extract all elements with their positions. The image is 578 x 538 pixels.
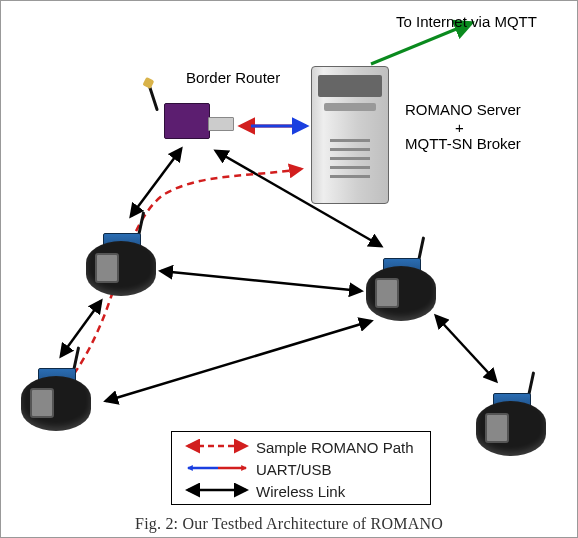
wireless-link (131, 149, 181, 216)
romano-server (311, 66, 389, 204)
legend: Sample ROMANO Path UART/USB Wireless Lin… (171, 431, 431, 505)
robot-node (471, 371, 551, 461)
legend-uart-icon (182, 458, 252, 480)
border-router-label: Border Router (186, 69, 280, 86)
robot-node (81, 211, 161, 301)
server-label-2: + (455, 119, 464, 136)
legend-romano-icon (182, 436, 252, 458)
wireless-link (106, 321, 371, 401)
legend-wireless-icon (182, 480, 252, 502)
wireless-link (161, 271, 361, 291)
legend-romano-label: Sample ROMANO Path (256, 439, 414, 456)
internet-label: To Internet via MQTT (396, 13, 537, 30)
legend-wireless-label: Wireless Link (256, 483, 345, 500)
figure-caption: Fig. 2: Our Testbed Architecture of ROMA… (1, 515, 577, 533)
legend-uart-label: UART/USB (256, 461, 332, 478)
server-label-3: MQTT-SN Broker (405, 135, 521, 152)
robot-node (361, 236, 441, 326)
border-router (156, 91, 236, 146)
robot-node (16, 346, 96, 436)
server-label-1: ROMANO Server (405, 101, 521, 118)
